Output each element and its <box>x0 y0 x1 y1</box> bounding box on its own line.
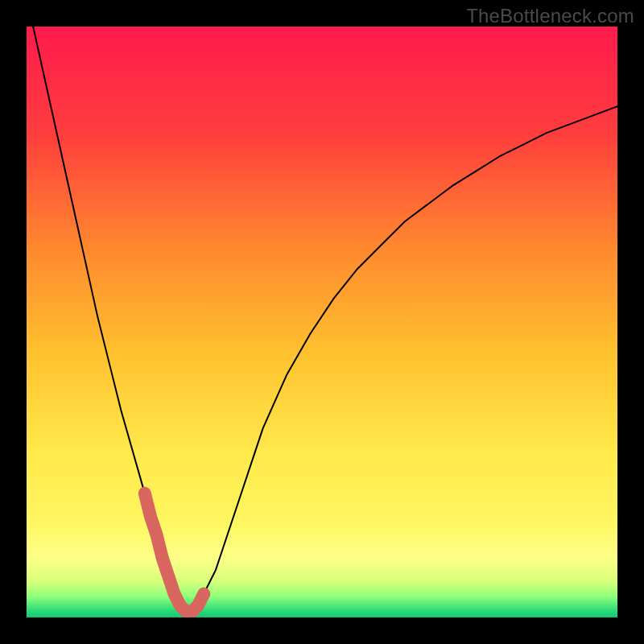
gradient-background <box>27 27 617 617</box>
outer-frame: TheBottleneck.com <box>0 0 644 644</box>
watermark-text: TheBottleneck.com <box>466 5 634 27</box>
chart-svg <box>27 27 617 617</box>
chart-plot-area <box>27 27 617 617</box>
